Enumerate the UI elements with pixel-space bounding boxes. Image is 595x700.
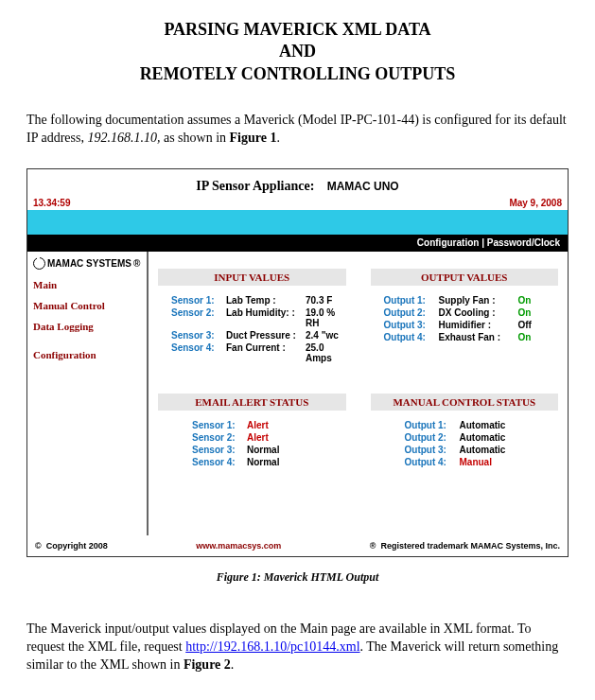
logo-tm: ® (133, 258, 140, 269)
data-line: Output 3:Humidifier :Off (371, 320, 559, 330)
data-line: Sensor 4:Normal (158, 457, 346, 467)
value-label: On (518, 295, 532, 306)
cyan-bar (27, 210, 568, 235)
header-email-alert: EMAIL ALERT STATUS (158, 394, 346, 411)
name-label: Lab Humidity: : (226, 307, 306, 328)
data-line: Sensor 2:Lab Humidity: :19.0 % RH (158, 307, 346, 328)
key-label: Sensor 3: (171, 330, 226, 341)
time-date-row: 13.34:59 May 9, 2008 (27, 198, 568, 210)
value-label: On (518, 307, 532, 318)
section-output-values: OUTPUT VALUES Output 1:Supply Fan :OnOut… (371, 269, 559, 365)
figure-panel: IP Sensor Appliance: MAMAC UNO 13.34:59 … (26, 168, 569, 557)
value-label: Automatic (460, 420, 506, 430)
logo: MAMAC SYSTEMS® (33, 257, 141, 270)
key-label: Output 2: (405, 432, 460, 443)
footer-right: ® Registered trademark MAMAC Systems, In… (370, 541, 560, 551)
data-line: Output 1:Automatic (371, 420, 559, 430)
section-email-alert: EMAIL ALERT STATUS Sensor 1:AlertSensor … (158, 394, 346, 469)
name-label: Exhaust Fan : (439, 332, 518, 342)
name-label: DX Cooling : (439, 307, 518, 318)
para2-text-3: . (231, 657, 235, 672)
footer-center[interactable]: www.mamacsys.com (196, 541, 281, 551)
paragraph-2: The Maverick input/output values display… (26, 621, 569, 674)
key-label: Output 3: (384, 320, 439, 330)
footer-right-text: Registered trademark MAMAC Systems, Inc. (380, 541, 560, 551)
name-label: Lab Temp : (226, 295, 306, 306)
key-label: Output 2: (384, 307, 439, 318)
key-label: Output 3: (405, 445, 460, 455)
value-label: 25.0 Amps (306, 342, 346, 363)
logo-icon (33, 257, 45, 270)
data-line: Output 3:Automatic (371, 445, 559, 455)
section-row-top: INPUT VALUES Sensor 1:Lab Temp :70.3 FSe… (158, 269, 558, 365)
key-label: Sensor 2: (192, 432, 247, 443)
intro-ip: 192.168.1.10, (87, 131, 160, 145)
value-label: Automatic (460, 432, 506, 443)
header-manual-control: MANUAL CONTROL STATUS (371, 394, 559, 411)
data-line: Output 2:Automatic (371, 432, 559, 443)
sidebar-item-main[interactable]: Main (33, 279, 141, 290)
doc-title: PARSING MAVERICK XML DATA AND REMOTELY C… (26, 19, 569, 85)
panel-title-name: MAMAC UNO (327, 180, 399, 193)
xml-link[interactable]: http://192.168.1.10/pc10144.xml (185, 639, 359, 654)
value-label: 19.0 % RH (306, 307, 346, 328)
registered-icon: ® (370, 541, 376, 551)
value-label: Alert (247, 420, 269, 430)
key-label: Sensor 4: (171, 342, 226, 363)
panel-date: May 9, 2008 (509, 198, 562, 208)
data-line: Sensor 2:Alert (158, 432, 346, 443)
logo-text: MAMAC SYSTEMS (47, 258, 131, 269)
figure-caption-1: Figure 1: Maverick HTML Output (26, 570, 569, 585)
value-label: Off (518, 320, 532, 330)
header-input-values: INPUT VALUES (158, 269, 346, 286)
data-line: Output 2:DX Cooling :On (371, 307, 559, 318)
value-label: On (518, 332, 532, 342)
black-bar: Configuration | Password/Clock (27, 235, 568, 252)
key-label: Sensor 1: (171, 295, 226, 306)
intro-text-2: as shown in (160, 131, 229, 145)
value-label: Automatic (460, 445, 506, 455)
value-label: 2.4 "wc (306, 330, 339, 341)
para2-figref: Figure 2 (184, 657, 231, 672)
intro-paragraph: The following documentation assumes a Ma… (26, 112, 569, 148)
key-label: Sensor 1: (192, 420, 247, 430)
key-label: Sensor 2: (171, 307, 226, 328)
sidebar-item-data-logging[interactable]: Data Logging (33, 321, 141, 332)
title-line-1: PARSING MAVERICK XML DATA (26, 19, 569, 41)
panel-footer: © Copyright 2008 www.mamacsys.com ® Regi… (27, 535, 568, 556)
sidebar-item-manual-control[interactable]: Manual Control (33, 300, 141, 311)
value-label: Normal (247, 445, 279, 455)
data-line: Sensor 1:Lab Temp :70.3 F (158, 295, 346, 306)
key-label: Sensor 3: (192, 445, 247, 455)
value-label: 70.3 F (306, 295, 332, 306)
data-line: Sensor 4:Fan Current :25.0 Amps (158, 342, 346, 363)
footer-left: © Copyright 2008 (35, 541, 108, 551)
panel-title-row: IP Sensor Appliance: MAMAC UNO (27, 169, 568, 198)
key-label: Output 4: (405, 457, 460, 467)
name-label: Humidifier : (439, 320, 518, 330)
data-line: Output 4:Manual (371, 457, 559, 467)
data-line: Output 1:Supply Fan :On (371, 295, 559, 306)
section-input-values: INPUT VALUES Sensor 1:Lab Temp :70.3 FSe… (158, 269, 346, 365)
header-output-values: OUTPUT VALUES (371, 269, 559, 286)
data-line: Sensor 1:Alert (158, 420, 346, 430)
data-line: Output 4:Exhaust Fan :On (371, 332, 559, 342)
sidebar: MAMAC SYSTEMS® Main Manual Control Data … (27, 252, 149, 535)
blackbar-text[interactable]: Configuration | Password/Clock (417, 237, 560, 248)
sidebar-item-configuration[interactable]: Configuration (33, 349, 141, 360)
title-line-3: REMOTELY CONTROLLING OUTPUTS (26, 63, 569, 85)
value-label: Manual (460, 457, 492, 467)
key-label: Output 4: (384, 332, 439, 342)
section-row-bottom: EMAIL ALERT STATUS Sensor 1:AlertSensor … (158, 394, 558, 469)
value-label: Normal (247, 457, 279, 467)
name-label: Fan Current : (226, 342, 306, 363)
main-area: INPUT VALUES Sensor 1:Lab Temp :70.3 FSe… (149, 252, 568, 535)
copyright-icon: © (35, 541, 42, 551)
name-label: Duct Pressure : (226, 330, 306, 341)
key-label: Sensor 4: (192, 457, 247, 467)
intro-text-3: . (276, 131, 280, 145)
section-manual-control: MANUAL CONTROL STATUS Output 1:Automatic… (371, 394, 559, 469)
content-row: MAMAC SYSTEMS® Main Manual Control Data … (27, 252, 568, 535)
title-line-2: AND (26, 41, 569, 62)
data-line: Sensor 3:Duct Pressure :2.4 "wc (158, 330, 346, 341)
